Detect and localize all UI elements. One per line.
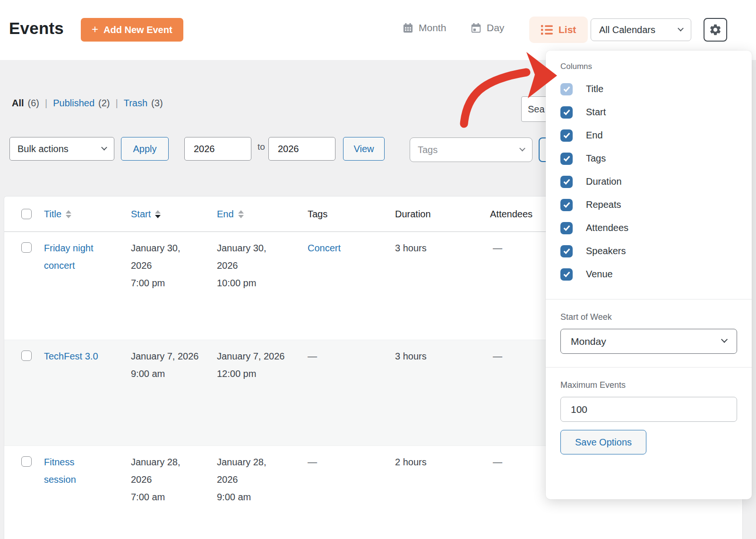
filter-all-label: All (12, 98, 24, 109)
sort-arrows-icon (238, 210, 244, 218)
sort-arrows-icon (66, 210, 71, 218)
save-options-button[interactable]: Save Options (560, 430, 646, 454)
row-checkbox[interactable] (21, 456, 32, 467)
add-new-event-button[interactable]: + Add New Event (81, 18, 183, 42)
year-to-value: 2026 (278, 144, 299, 154)
event-title-link[interactable]: Friday night concert (44, 243, 94, 271)
add-new-event-label: Add New Event (103, 25, 172, 35)
event-end-date: January 7, 2026 (217, 348, 289, 365)
column-header-attendees: Attendees (490, 209, 533, 220)
column-option-duration[interactable]: Duration (560, 170, 737, 193)
year-from-value: 2026 (194, 144, 215, 154)
panel-divider (546, 299, 752, 299)
checkbox-checked-icon (560, 153, 573, 165)
column-option-venue[interactable]: Venue (560, 263, 737, 286)
select-all-checkbox[interactable] (21, 209, 32, 219)
view-toggle-list-active[interactable]: List (529, 17, 588, 43)
column-option-title[interactable]: Title (560, 77, 737, 101)
checkbox-checked-icon (560, 129, 573, 142)
calendars-select-value: All Calendars (599, 25, 655, 35)
filter-published-link[interactable]: Published (2) (53, 98, 110, 109)
event-start-date: January 28, 2026 (131, 453, 203, 488)
column-option-end[interactable]: End (560, 124, 737, 147)
filter-all-count: (6) (28, 98, 39, 109)
column-option-repeats[interactable]: Repeats (560, 193, 737, 216)
page-title: Events (9, 19, 64, 38)
event-duration: 2 hours (395, 453, 471, 471)
column-header-start[interactable]: Start (131, 209, 151, 220)
event-end-date: January 30, 2026 (217, 240, 289, 274)
bulk-actions-select[interactable]: Bulk actions (9, 137, 114, 161)
column-option-attendees[interactable]: Attendees (560, 216, 737, 240)
view-toggle-month[interactable]: Month (403, 22, 446, 34)
row-checkbox[interactable] (21, 351, 32, 361)
search-input-visible-text: Sea (528, 104, 545, 115)
year-to-input[interactable]: 2026 (268, 137, 335, 161)
maximum-events-label: Maximum Events (560, 380, 737, 390)
event-start-time: 9:00 am (131, 365, 203, 383)
view-month-label: Month (419, 22, 446, 34)
event-tag-link[interactable]: Concert (308, 243, 341, 253)
filter-trash-label: Trash (124, 98, 147, 109)
column-option-tags[interactable]: Tags (560, 147, 737, 170)
column-header-tags: Tags (308, 209, 327, 220)
event-end-time: 10:00 pm (217, 274, 289, 292)
event-attendees: — (493, 453, 550, 471)
column-option-start[interactable]: Start (560, 101, 737, 124)
checkbox-checked-icon (560, 245, 573, 257)
event-end-time: 12:00 pm (217, 365, 289, 383)
settings-panel: Columns Title Start End Tags Duration Re… (546, 51, 752, 499)
to-label: to (258, 142, 265, 152)
view-day-label: Day (487, 22, 504, 34)
event-tags-empty: — (308, 348, 378, 365)
chevron-down-icon (101, 144, 107, 150)
plus-icon: + (92, 24, 98, 35)
event-end-time: 9:00 am (217, 488, 289, 506)
event-end-date: January 28, 2026 (217, 453, 289, 488)
columns-section-label: Columns (560, 62, 737, 71)
column-option-speakers[interactable]: Speakers (560, 240, 737, 263)
sort-arrows-icon (155, 210, 161, 218)
checkbox-checked-icon (560, 268, 573, 281)
event-title-link[interactable]: Fitness session (44, 457, 76, 485)
checkbox-checked-icon (560, 222, 573, 234)
event-attendees: — (493, 348, 550, 365)
maximum-events-input[interactable]: 100 (560, 397, 737, 422)
start-of-week-select[interactable]: Monday (560, 329, 737, 354)
filter-trash-count: (3) (151, 98, 163, 109)
filter-published-count: (2) (98, 98, 110, 109)
row-checkbox[interactable] (21, 242, 32, 253)
apply-button[interactable]: Apply (121, 137, 169, 161)
column-header-end[interactable]: End (217, 209, 234, 220)
checkbox-checked-icon (560, 106, 573, 119)
event-start-date: January 7, 2026 (131, 348, 203, 365)
gear-icon (709, 23, 722, 36)
event-start-time: 7:00 am (131, 488, 203, 506)
list-icon (541, 25, 553, 35)
year-from-input[interactable]: 2026 (184, 137, 251, 161)
filter-separator: | (45, 98, 47, 109)
filter-separator: | (116, 98, 118, 109)
start-of-week-label: Start of Week (560, 312, 737, 322)
tags-select[interactable]: Tags (410, 137, 533, 162)
column-header-title[interactable]: Title (44, 209, 61, 220)
status-filter-links: All (6) | Published (2) | Trash (3) (12, 98, 163, 109)
calendar-day-icon (471, 23, 481, 34)
settings-gear-button[interactable] (704, 18, 727, 42)
filter-all-link[interactable]: All (6) (12, 98, 39, 109)
event-tags-empty: — (308, 453, 378, 471)
view-button[interactable]: View (343, 137, 385, 161)
calendars-select[interactable]: All Calendars (591, 18, 691, 41)
checkbox-checked-icon (560, 176, 573, 188)
view-toggle-day[interactable]: Day (471, 22, 504, 34)
event-attendees: — (493, 240, 550, 257)
checkbox-checked-icon (560, 199, 573, 211)
calendar-month-icon (403, 23, 413, 34)
filter-trash-link[interactable]: Trash (3) (124, 98, 163, 109)
panel-divider (546, 367, 752, 368)
column-header-duration: Duration (395, 209, 431, 220)
filter-published-label: Published (53, 98, 94, 109)
event-title-link[interactable]: TechFest 3.0 (44, 351, 98, 361)
bulk-actions-value: Bulk actions (17, 144, 69, 154)
checkbox-checked-disabled-icon (560, 83, 573, 95)
